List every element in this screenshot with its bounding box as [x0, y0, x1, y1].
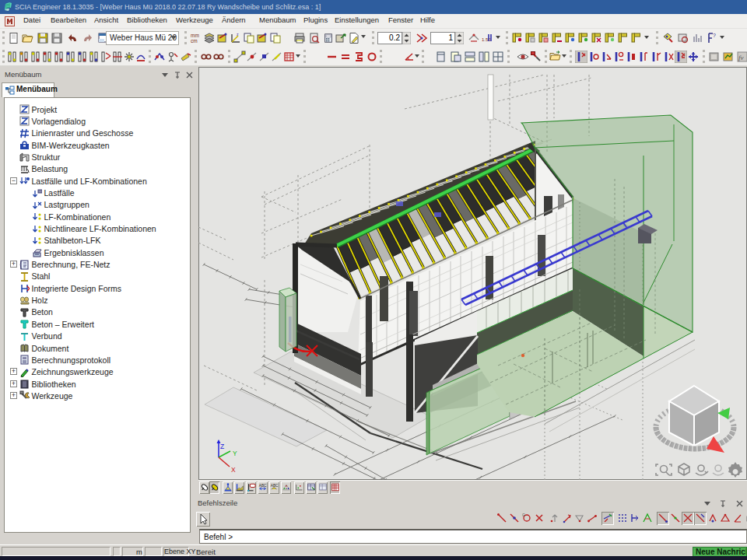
svg-text:mm: mm [191, 33, 199, 38]
svg-text:Y: Y [233, 450, 237, 457]
svg-text:Z: Z [220, 443, 224, 450]
svg-text:ABC: ABC [270, 483, 278, 487]
svg-text:cm: cm [191, 38, 198, 44]
svg-text:?: ? [713, 33, 716, 38]
svg-text:z: z [237, 32, 239, 37]
svg-text:G: G [522, 513, 525, 517]
svg-text:fv: fv [738, 54, 744, 61]
svg-text:1.50: 1.50 [482, 37, 491, 42]
svg-text:ABC: ABC [258, 483, 266, 487]
svg-text:X: X [231, 466, 236, 474]
